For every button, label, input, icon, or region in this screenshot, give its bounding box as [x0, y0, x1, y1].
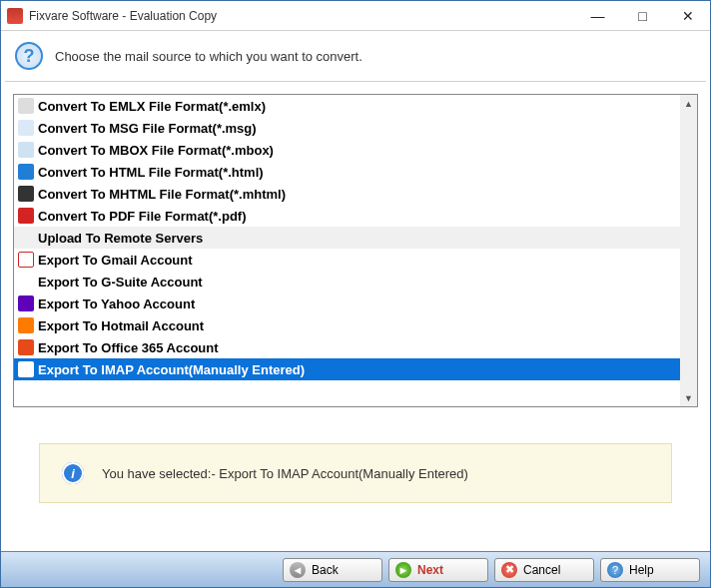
help-icon: ?	[607, 562, 623, 578]
selection-info-text: You have selected:- Export To IMAP Accou…	[102, 466, 468, 481]
list-item-label: Export To Yahoo Account	[38, 296, 195, 311]
html-icon	[18, 164, 34, 180]
list-item[interactable]: Export To G-Suite Account	[14, 271, 680, 293]
list-item-label: Convert To EMLX File Format(*.emlx)	[38, 99, 266, 114]
list-item-label: Export To G-Suite Account	[38, 275, 203, 290]
scroll-up-button[interactable]: ▲	[680, 95, 697, 112]
list-item[interactable]: Export To Gmail Account	[14, 249, 680, 271]
list-item-label: Convert To HTML File Format(*.html)	[38, 165, 264, 180]
back-arrow-icon: ◄	[290, 562, 306, 578]
app-window: Fixvare Software - Evaluation Copy — □ ✕…	[0, 0, 711, 588]
list-item-label: Export To IMAP Account(Manually Entered)	[38, 362, 305, 377]
list-item-label: Export To Office 365 Account	[38, 340, 219, 355]
instruction-header: ? Choose the mail source to which you wa…	[1, 31, 710, 81]
back-button[interactable]: ◄ Back	[283, 558, 382, 582]
list-item[interactable]: Export To Yahoo Account	[14, 293, 680, 314]
list-item[interactable]: Convert To PDF File Format(*.pdf)	[14, 205, 680, 227]
list-item-label: Convert To PDF File Format(*.pdf)	[38, 209, 246, 224]
scroll-down-button[interactable]: ▼	[680, 389, 697, 406]
cancel-button-label: Cancel	[523, 563, 560, 577]
scrollbar-track[interactable]	[680, 112, 697, 389]
maximize-button[interactable]: □	[620, 1, 665, 31]
button-bar: ◄ Back ► Next ✖ Cancel ? Help	[1, 551, 710, 587]
list-item[interactable]: Export To Office 365 Account	[14, 336, 680, 358]
options-listbox[interactable]: Convert To EMLX File Format(*.emlx)Conve…	[13, 94, 698, 407]
mhtml-icon	[18, 186, 34, 202]
imap-icon	[18, 361, 34, 377]
titlebar: Fixvare Software - Evaluation Copy — □ ✕	[1, 1, 710, 31]
back-button-label: Back	[312, 563, 339, 577]
cancel-button[interactable]: ✖ Cancel	[494, 558, 594, 582]
selection-info-bar: i You have selected:- Export To IMAP Acc…	[39, 443, 672, 503]
next-arrow-icon: ►	[395, 562, 411, 578]
msg-icon	[18, 120, 34, 136]
next-button[interactable]: ► Next	[388, 558, 488, 582]
gmail-icon	[18, 252, 34, 268]
list-item[interactable]: Convert To MBOX File Format(*.mbox)	[14, 139, 680, 161]
info-icon: i	[62, 462, 84, 484]
list-item-label: Convert To MBOX File Format(*.mbox)	[38, 143, 274, 158]
emlx-icon	[18, 98, 34, 114]
list-item[interactable]: Convert To EMLX File Format(*.emlx)	[14, 95, 680, 117]
list-item-label: Export To Hotmail Account	[38, 318, 204, 333]
app-icon	[7, 8, 23, 24]
list-item[interactable]: Export To Hotmail Account	[14, 314, 680, 336]
help-button-label: Help	[629, 563, 654, 577]
minimize-button[interactable]: —	[575, 1, 620, 31]
next-button-label: Next	[417, 563, 443, 577]
window-title: Fixvare Software - Evaluation Copy	[29, 9, 575, 23]
list-item-label: Convert To MSG File Format(*.msg)	[38, 121, 257, 136]
header-separator	[5, 81, 706, 82]
list-item-label: Convert To MHTML File Format(*.mhtml)	[38, 187, 286, 202]
instruction-text: Choose the mail source to which you want…	[55, 49, 362, 64]
list-item[interactable]: Convert To MSG File Format(*.msg)	[14, 117, 680, 139]
list-item-label: Export To Gmail Account	[38, 253, 193, 268]
scrollbar[interactable]: ▲ ▼	[680, 95, 697, 406]
yahoo-icon	[18, 295, 34, 311]
mbox-icon	[18, 142, 34, 158]
close-button[interactable]: ✕	[665, 1, 710, 31]
hotmail-icon	[18, 317, 34, 333]
list-item[interactable]: Convert To MHTML File Format(*.mhtml)	[14, 183, 680, 205]
pdf-icon	[18, 208, 34, 224]
list-section-header: Upload To Remote Servers	[14, 227, 680, 249]
question-icon: ?	[15, 42, 43, 70]
list-item[interactable]: Export To IMAP Account(Manually Entered)	[14, 358, 680, 380]
help-button[interactable]: ? Help	[600, 558, 700, 582]
list-item[interactable]: Convert To HTML File Format(*.html)	[14, 161, 680, 183]
cancel-icon: ✖	[501, 562, 517, 578]
gsuite-icon	[18, 274, 34, 290]
office365-icon	[18, 339, 34, 355]
list-item-label: Upload To Remote Servers	[18, 231, 203, 246]
